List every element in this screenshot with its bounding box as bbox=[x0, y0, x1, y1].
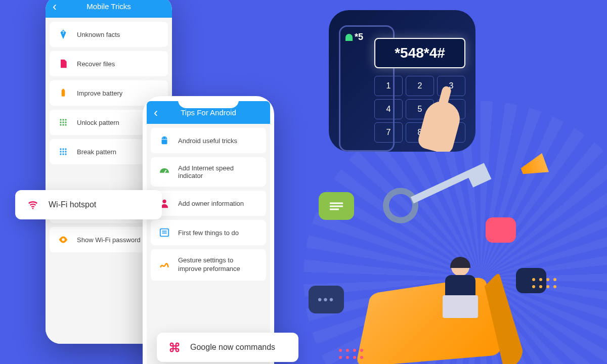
speech-bubble-icon: ••• bbox=[309, 286, 344, 313]
keypad-key[interactable]: 4 bbox=[374, 99, 403, 119]
item-label: Add Internet speed indicator bbox=[178, 164, 258, 179]
dots-decoration bbox=[532, 278, 556, 288]
item-label: Unknown facts bbox=[77, 31, 120, 38]
key-icon bbox=[377, 150, 493, 229]
item-label: Add owner information bbox=[178, 200, 244, 207]
gauge-icon bbox=[159, 166, 170, 177]
page-title: Tips For Android bbox=[154, 108, 263, 117]
megaphone-icon bbox=[521, 157, 556, 192]
svg-point-8 bbox=[65, 121, 66, 123]
svg-point-9 bbox=[60, 124, 61, 125]
item-label: First few things to do bbox=[178, 229, 239, 237]
popout-label: Google now commands bbox=[190, 343, 275, 352]
svg-text:?: ? bbox=[62, 30, 64, 35]
svg-point-25 bbox=[163, 138, 163, 138]
svg-point-11 bbox=[65, 124, 66, 125]
popout-label: Wi-Fi hotspot bbox=[49, 200, 96, 209]
svg-point-15 bbox=[60, 151, 61, 152]
speech-bubble-icon bbox=[319, 192, 354, 220]
svg-rect-1 bbox=[62, 89, 65, 96]
android-icon bbox=[345, 34, 353, 41]
list-item[interactable]: ?Unknown facts bbox=[50, 22, 168, 47]
speech-bubble-icon bbox=[486, 217, 516, 243]
command-icon bbox=[169, 342, 180, 353]
svg-point-17 bbox=[65, 151, 66, 152]
security-illustration: ••• bbox=[288, 152, 567, 364]
popout-google-commands[interactable]: Google now commands bbox=[157, 333, 298, 362]
list-item[interactable]: Add Internet speed indicator bbox=[151, 157, 266, 187]
dots-decoration bbox=[339, 349, 363, 359]
item-label: Android useful tricks bbox=[178, 137, 237, 145]
list-item[interactable]: Recover files bbox=[50, 51, 168, 76]
back-icon[interactable]: ‹ bbox=[154, 106, 158, 120]
popout-wifi-hotspot[interactable]: Wi-Fi hotspot bbox=[15, 190, 162, 219]
code-display: *548*4# bbox=[374, 38, 465, 68]
svg-point-16 bbox=[62, 151, 64, 152]
grid-icon bbox=[58, 117, 69, 128]
svg-point-28 bbox=[162, 200, 166, 203]
svg-point-6 bbox=[60, 121, 61, 123]
svg-point-7 bbox=[62, 121, 64, 123]
item-label: Break pattern bbox=[77, 148, 116, 156]
page-title: Mobile Tricks bbox=[53, 2, 165, 11]
svg-point-13 bbox=[62, 148, 64, 150]
battery-icon bbox=[58, 87, 69, 99]
list-tips-android: Android useful tricks Add Internet speed… bbox=[147, 124, 270, 364]
keypad-key[interactable]: 2 bbox=[406, 76, 434, 96]
phone-notch bbox=[178, 96, 239, 108]
android-icon bbox=[159, 135, 170, 146]
svg-point-4 bbox=[62, 119, 64, 120]
svg-point-26 bbox=[165, 138, 166, 138]
back-icon[interactable]: ‹ bbox=[53, 0, 57, 14]
item-label: Recover files bbox=[77, 60, 115, 68]
list-item[interactable]: Gesture settings to improve preformance bbox=[151, 249, 266, 281]
diamond-icon: ? bbox=[58, 29, 69, 40]
svg-point-23 bbox=[62, 238, 65, 241]
item-label: Improve battery bbox=[77, 89, 122, 97]
person-illustration bbox=[435, 258, 486, 334]
app-icon-secret-codes: *5 *548*4# 1 2 3 4 5 6 7 8 9 bbox=[329, 10, 475, 152]
svg-point-12 bbox=[60, 148, 61, 150]
list-item[interactable]: Add owner information bbox=[151, 191, 266, 216]
file-icon bbox=[58, 58, 69, 69]
item-label: Gesture settings to improve preformance bbox=[178, 256, 258, 274]
svg-point-14 bbox=[65, 148, 66, 150]
item-label: Unlock pattern bbox=[77, 119, 119, 126]
svg-point-20 bbox=[65, 153, 66, 155]
phone-tips-android: ‹ Tips For Android Android useful tricks… bbox=[143, 96, 274, 364]
gesture-icon bbox=[159, 259, 170, 270]
item-label: Show Wi-Fi password bbox=[77, 236, 141, 244]
list-icon bbox=[159, 227, 170, 238]
svg-point-18 bbox=[60, 153, 61, 155]
header-mobile-tricks: ‹ Mobile Tricks bbox=[46, 0, 172, 18]
eye-icon bbox=[58, 234, 69, 245]
svg-rect-2 bbox=[62, 89, 64, 90]
svg-point-24 bbox=[32, 208, 34, 209]
grid-icon bbox=[58, 146, 69, 157]
svg-point-10 bbox=[62, 124, 64, 125]
keypad-key[interactable]: 1 bbox=[374, 76, 403, 96]
svg-point-19 bbox=[62, 153, 64, 155]
keypad-key[interactable]: 7 bbox=[374, 122, 403, 143]
wifi-icon bbox=[27, 199, 38, 210]
list-item[interactable]: Android useful tricks bbox=[151, 128, 266, 153]
svg-point-5 bbox=[65, 119, 66, 120]
svg-point-3 bbox=[60, 119, 61, 120]
list-item[interactable]: First few things to do bbox=[151, 220, 266, 245]
